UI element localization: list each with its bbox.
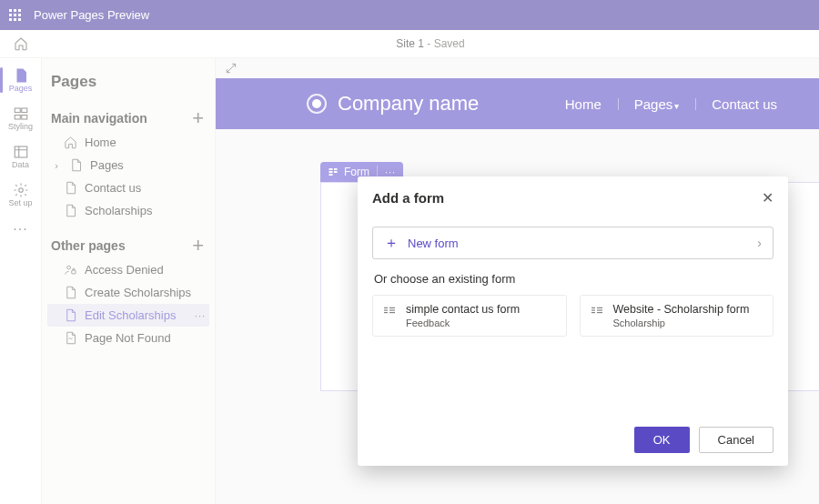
modal-title: Add a form xyxy=(372,190,762,206)
form-card-title: simple contact us form xyxy=(406,303,520,316)
choose-existing-label: Or choose an existing form xyxy=(374,272,772,286)
existing-forms-list: simple contact us form Feedback Website … xyxy=(372,295,774,337)
form-card-subtitle: Scholarship xyxy=(613,318,750,328)
form-icon xyxy=(590,305,604,319)
modal-header: Add a form ✕ xyxy=(358,176,788,216)
form-card-subtitle: Feedback xyxy=(406,318,520,328)
form-card-website-scholarship[interactable]: Website - Scholarship form Scholarship xyxy=(580,295,774,337)
ok-button[interactable]: OK xyxy=(634,427,690,453)
form-icon xyxy=(382,305,397,319)
modal-body: ＋ New form › Or choose an existing form … xyxy=(358,216,788,418)
modal-footer: OK Cancel xyxy=(358,418,788,466)
chevron-right-icon: › xyxy=(757,236,762,250)
cancel-button[interactable]: Cancel xyxy=(699,427,774,453)
close-icon[interactable]: ✕ xyxy=(762,189,774,207)
new-form-button[interactable]: ＋ New form › xyxy=(372,227,774,259)
add-form-modal: Add a form ✕ ＋ New form › Or choose an e… xyxy=(358,176,788,466)
form-card-simple-contact[interactable]: simple contact us form Feedback xyxy=(372,295,567,337)
new-form-label: New form xyxy=(408,237,459,250)
plus-icon: ＋ xyxy=(384,237,399,249)
form-card-title: Website - Scholarship form xyxy=(613,303,750,316)
